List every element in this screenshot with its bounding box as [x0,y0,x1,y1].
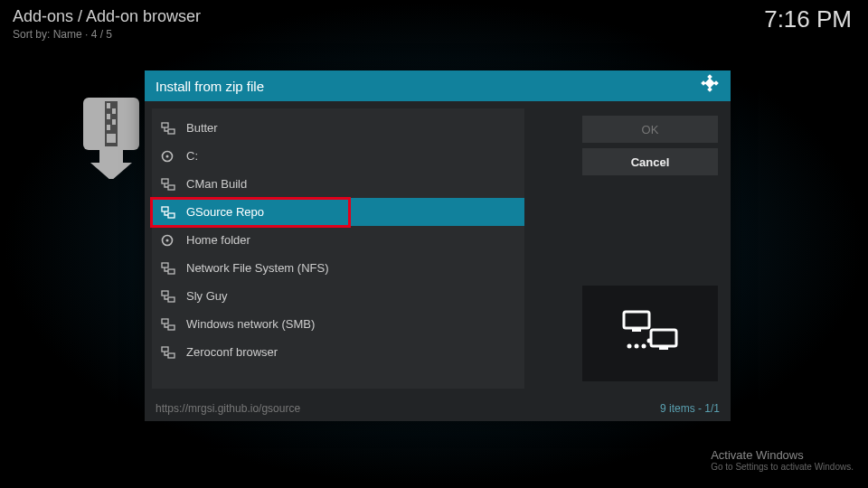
network-share-icon [618,308,682,359]
file-item-label: GSource Repo [186,205,264,219]
file-item-label: Butter [186,121,218,135]
breadcrumb-header: Add-ons / Add-on browser Sort by: Name ·… [13,7,201,41]
network-icon [161,290,175,303]
network-icon [161,318,175,331]
file-item-label: Home folder [186,233,250,247]
svg-rect-29 [162,347,168,352]
network-icon [161,346,175,359]
file-item[interactable]: GSource Repo [152,198,524,226]
footer-path: https://mrgsi.github.io/gsource [156,402,300,415]
svg-rect-6 [107,125,110,130]
file-list[interactable]: ButterC:CMan BuildGSource RepoHome folde… [152,108,524,389]
watermark-sub: Go to Settings to activate Windows. [711,462,854,472]
svg-rect-23 [162,263,168,267]
svg-rect-32 [632,328,641,332]
file-item-label: C: [186,149,198,163]
svg-rect-33 [651,330,676,346]
svg-rect-4 [107,114,110,119]
svg-rect-5 [112,119,116,125]
zip-download-icon [83,98,139,179]
svg-rect-18 [168,185,175,190]
network-icon [161,262,175,275]
dialog-title: Install from zip file [156,79,264,94]
clock: 7:16 PM [764,5,852,33]
svg-rect-14 [168,129,175,134]
svg-rect-17 [162,179,168,183]
ok-button[interactable]: OK [582,116,718,143]
svg-rect-30 [168,353,175,358]
svg-point-35 [627,344,632,349]
file-item[interactable]: Network File System (NFS) [152,254,524,282]
install-zip-dialog: Install from zip file ButterC:CMan Build… [145,70,731,421]
svg-point-16 [166,155,169,157]
windows-activation-watermark: Activate Windows Go to Settings to activ… [711,448,854,472]
file-item-label: Zeroconf browser [186,345,278,359]
dialog-footer: https://mrgsi.github.io/gsource 9 items … [145,396,731,421]
breadcrumb-title: Add-ons / Add-on browser [13,7,201,26]
file-item-label: CMan Build [186,177,247,191]
file-item-label: Windows network (SMB) [186,317,315,331]
file-item[interactable]: CMan Build [152,170,524,198]
svg-rect-28 [168,325,175,330]
network-icon [161,206,175,219]
svg-rect-26 [168,297,175,302]
file-item[interactable]: Butter [152,114,524,142]
dialog-header: Install from zip file [145,70,731,101]
network-icon [161,122,175,135]
cancel-button[interactable]: Cancel [582,148,718,175]
watermark-title: Activate Windows [711,448,854,462]
file-item[interactable]: Sly Guy [152,282,524,310]
file-item[interactable]: Zeroconf browser [152,338,524,366]
network-icon [161,178,175,191]
svg-rect-27 [162,319,168,324]
svg-rect-20 [168,213,175,218]
svg-rect-25 [162,291,168,296]
disk-icon [161,150,175,163]
svg-point-38 [647,339,652,343]
svg-rect-24 [168,269,175,274]
svg-rect-31 [624,312,649,328]
footer-count: 9 items - 1/1 [660,402,720,415]
svg-rect-34 [659,346,668,350]
preview-pane [582,286,718,381]
file-item[interactable]: Home folder [152,226,524,254]
svg-point-22 [166,239,169,241]
svg-rect-11 [704,78,714,88]
breadcrumb-sub: Sort by: Name · 4 / 5 [13,28,201,41]
svg-rect-13 [162,123,168,127]
svg-rect-7 [107,134,116,143]
svg-rect-3 [112,108,116,114]
file-item[interactable]: C: [152,142,524,170]
svg-rect-19 [162,207,168,211]
svg-rect-2 [107,103,110,108]
kodi-logo-icon [700,74,720,98]
file-item-label: Sly Guy [186,289,228,303]
file-item-label: Network File System (NFS) [186,261,328,275]
file-item[interactable]: Windows network (SMB) [152,310,524,338]
svg-point-36 [635,344,639,349]
disk-icon [161,234,175,247]
svg-rect-12 [707,87,712,92]
svg-point-37 [642,344,646,349]
dialog-side-buttons: OK Cancel [582,116,718,181]
